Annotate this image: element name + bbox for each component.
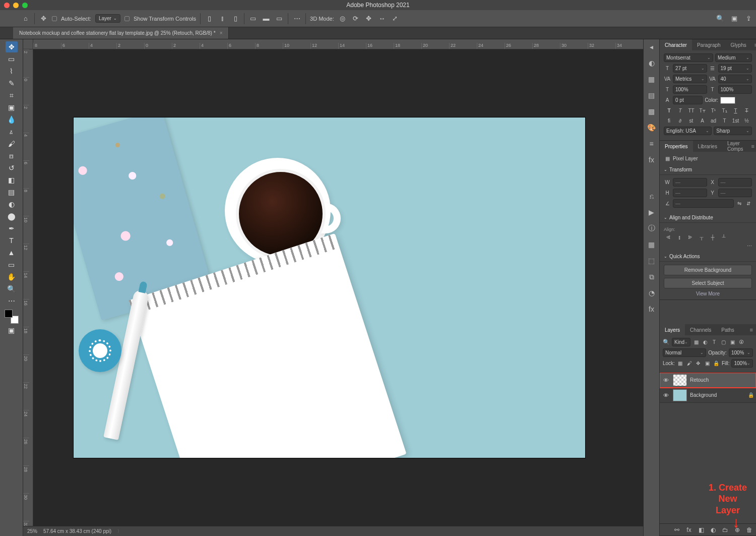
link-layers-icon[interactable]: ⚯ bbox=[672, 525, 681, 534]
strip-swatches-icon[interactable]: ▦ bbox=[646, 74, 657, 85]
color-swatches[interactable] bbox=[5, 310, 19, 324]
move-tool[interactable]: ✥ bbox=[6, 41, 18, 52]
zoom-3d-icon[interactable]: ⤢ bbox=[391, 14, 400, 23]
filter-type-icon[interactable]: T bbox=[711, 339, 718, 346]
layer-thumbnail[interactable] bbox=[673, 374, 687, 386]
layer-visibility-icon[interactable]: 👁 bbox=[662, 392, 670, 398]
strip-actions-icon[interactable]: ▶ bbox=[646, 207, 657, 218]
width-input[interactable]: — bbox=[673, 178, 707, 187]
lock-artboard-icon[interactable]: ▣ bbox=[704, 360, 711, 367]
align-vcenter-icon[interactable]: ▬ bbox=[262, 14, 271, 23]
align-hcenter-icon[interactable]: ⫿ bbox=[675, 233, 684, 241]
adjustment-layer-icon[interactable]: ◐ bbox=[709, 525, 718, 534]
move-tool-icon[interactable]: ✥ bbox=[39, 14, 48, 23]
panel-menu-icon[interactable]: ≡ bbox=[747, 324, 756, 335]
allcaps-icon[interactable]: TT bbox=[687, 106, 696, 114]
more-align-icon[interactable]: ⋯ bbox=[747, 243, 752, 249]
align-section-header[interactable]: ⌄Align and Distribute bbox=[660, 213, 756, 223]
height-input[interactable]: — bbox=[673, 189, 707, 197]
tracking-dropdown[interactable]: 40⌄ bbox=[718, 75, 752, 83]
align-right-edges-icon[interactable]: ▯ bbox=[231, 14, 240, 23]
transform-section-header[interactable]: ⌄Transform bbox=[660, 165, 756, 175]
ruler-horizontal[interactable]: 8642024681012141618202224262830323436384… bbox=[33, 39, 643, 49]
smallcaps-icon[interactable]: Tᴛ bbox=[698, 106, 707, 114]
strip-styles-icon[interactable]: fx bbox=[646, 154, 657, 165]
auto-select-checkbox[interactable] bbox=[52, 16, 57, 21]
show-transform-checkbox[interactable] bbox=[124, 16, 130, 21]
workspace-icon[interactable]: ▣ bbox=[730, 14, 739, 23]
titling-icon[interactable]: T bbox=[720, 116, 729, 125]
filter-smart-icon[interactable]: ▣ bbox=[729, 339, 736, 346]
slide-3d-icon[interactable]: ↔ bbox=[377, 14, 387, 23]
pan-3d-icon[interactable]: ✥ bbox=[364, 14, 373, 23]
pen-tool[interactable]: ✒ bbox=[6, 223, 18, 234]
filter-search-icon[interactable]: 🔍 bbox=[663, 339, 670, 345]
delete-layer-icon[interactable]: 🗑 bbox=[745, 525, 754, 534]
strip-timeline-icon[interactable]: ◔ bbox=[646, 287, 657, 299]
align-hcenter-icon[interactable]: ⫿ bbox=[218, 14, 227, 23]
contextual-alts-icon[interactable]: ∂ bbox=[676, 116, 685, 125]
strip-info-icon[interactable]: ⓘ bbox=[646, 223, 657, 234]
home-icon[interactable]: ⌂ bbox=[21, 14, 30, 23]
layer-mask-icon[interactable]: ◧ bbox=[697, 525, 706, 534]
document-tab[interactable]: Notebook mockup and coffee stationery fl… bbox=[13, 27, 229, 39]
docinfo-chevron-icon[interactable]: 〉 bbox=[117, 528, 121, 534]
tab-glyphs[interactable]: Glyphs bbox=[726, 39, 751, 50]
strip-measurement-icon[interactable]: fx bbox=[646, 304, 657, 315]
remove-background-button[interactable]: Remove Background bbox=[664, 265, 752, 275]
panel-menu-icon[interactable]: ≡ bbox=[751, 39, 756, 50]
distribute-icon[interactable]: ⋯ bbox=[292, 14, 301, 23]
filter-pixel-icon[interactable]: ▦ bbox=[692, 339, 700, 346]
crop-tool[interactable]: ⌗ bbox=[6, 90, 18, 101]
align-bottom-icon[interactable]: ┴ bbox=[719, 233, 728, 241]
strip-3d-icon[interactable]: ⬚ bbox=[646, 255, 657, 266]
strip-adjustments-icon[interactable]: ≡ bbox=[646, 138, 657, 149]
close-window-icon[interactable] bbox=[4, 3, 10, 8]
path-select-tool[interactable]: ▲ bbox=[6, 247, 18, 258]
align-left-icon[interactable]: ⫷ bbox=[664, 233, 673, 241]
frame-tool[interactable]: ▣ bbox=[6, 102, 18, 113]
fill-input[interactable]: 100%⌄ bbox=[731, 359, 753, 368]
select-subject-button[interactable]: Select Subject bbox=[664, 278, 752, 288]
tab-character[interactable]: Character bbox=[660, 39, 692, 50]
ruler-vertical[interactable]: 2024681012141618202224262830323436384042 bbox=[23, 49, 33, 536]
subscript-icon[interactable]: T₁ bbox=[720, 106, 729, 114]
share-icon[interactable]: ⇪ bbox=[744, 14, 753, 23]
x-input[interactable]: — bbox=[718, 178, 752, 187]
eyedropper-tool[interactable]: 💧 bbox=[6, 114, 18, 125]
strip-brush-icon[interactable]: 🎨 bbox=[646, 122, 657, 133]
rectangle-tool[interactable]: ▭ bbox=[6, 259, 18, 270]
fractions-icon[interactable]: 1st bbox=[731, 116, 740, 125]
tab-libraries[interactable]: Libraries bbox=[693, 141, 722, 152]
flip-v-icon[interactable]: ⇵ bbox=[745, 200, 752, 207]
faux-bold-icon[interactable]: T bbox=[665, 106, 674, 114]
brush-tool[interactable]: 🖌 bbox=[6, 138, 18, 149]
tab-channels[interactable]: Channels bbox=[685, 324, 716, 335]
blur-tool[interactable]: ◐ bbox=[6, 199, 18, 210]
new-group-icon[interactable]: 🗀 bbox=[721, 525, 730, 534]
text-color-swatch[interactable] bbox=[720, 97, 735, 104]
strip-color-icon[interactable]: ◐ bbox=[646, 57, 657, 69]
clone-stamp-tool[interactable]: ⧈ bbox=[6, 150, 18, 161]
vscale-input[interactable]: 100% bbox=[673, 85, 707, 94]
layer-style-icon[interactable]: fx bbox=[684, 525, 694, 534]
layer-thumbnail[interactable] bbox=[673, 389, 687, 401]
hand-tool[interactable]: ✋ bbox=[6, 271, 18, 282]
panel-menu-icon[interactable]: ≡ bbox=[748, 141, 756, 152]
tab-layers[interactable]: Layers bbox=[660, 324, 685, 335]
tab-paragraph[interactable]: Paragraph bbox=[692, 39, 726, 50]
superscript-icon[interactable]: T¹ bbox=[709, 106, 718, 114]
quick-actions-header[interactable]: ⌄Quick Actions bbox=[660, 252, 756, 262]
search-icon[interactable]: 🔍 bbox=[716, 14, 725, 23]
flip-h-icon[interactable]: ⇋ bbox=[736, 200, 743, 207]
strip-gradients-icon[interactable]: ▤ bbox=[646, 90, 657, 101]
doc-info[interactable]: 57.64 cm x 38.43 cm (240 ppi) bbox=[43, 528, 111, 534]
opacity-input[interactable]: 100%⌄ bbox=[729, 348, 753, 357]
layer-filter-dropdown[interactable]: Kind⌄ bbox=[672, 338, 690, 346]
auto-select-mode-dropdown[interactable]: Layer⌄ bbox=[95, 14, 120, 23]
layer-row[interactable]: 👁 Retouch bbox=[660, 373, 756, 388]
eraser-tool[interactable]: ◧ bbox=[6, 174, 18, 186]
leading-dropdown[interactable]: 19 pt⌄ bbox=[718, 64, 752, 73]
zoom-level[interactable]: 25% bbox=[27, 528, 37, 534]
font-size-dropdown[interactable]: 27 pt⌄ bbox=[673, 64, 707, 73]
